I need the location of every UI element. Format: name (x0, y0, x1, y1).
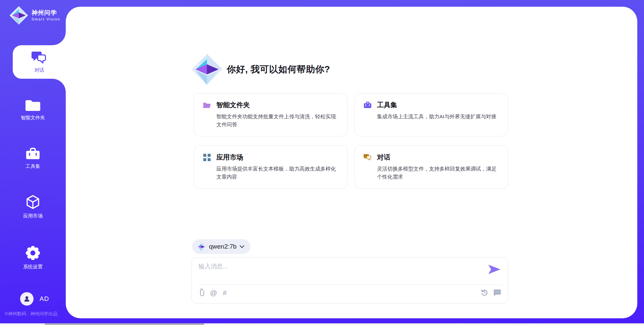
brand-logo: 神州问学 Smart Vision (9, 6, 60, 25)
card-description: 智能文件夹功能支持批量文件上传与清洗，轻松实现文件问答 (216, 113, 338, 129)
model-name: qwen2:7b (209, 243, 236, 250)
card-smart-folder[interactable]: 智能文件夹 智能文件夹功能支持批量文件上传与清洗，轻松实现文件问答 (194, 93, 347, 136)
card-description: 应用市场提供丰富长文本模板，助力高效生成多样化文章内容 (216, 165, 338, 181)
card-chat[interactable]: 对话 灵活切换多模型文件，支持多样回复效果调试，满足个性化需求 (355, 145, 508, 189)
sidebar-item-toolset[interactable]: 工具集 (0, 147, 66, 170)
copyright-text: ©神州数码 · 神州问学出品 (5, 311, 57, 317)
message-input[interactable] (199, 262, 474, 282)
sidebar-item-label: 对话 (35, 67, 44, 73)
horizontal-scrollbar (0, 323, 644, 325)
sidebar-item-label: 系统设置 (23, 264, 43, 270)
sidebar-item-smart-folder[interactable]: 智能文件夹 (0, 98, 66, 121)
toolbox-icon (25, 147, 41, 160)
sidebar-item-label: 应用市场 (23, 213, 43, 219)
send-icon (488, 264, 500, 274)
chat-icon (32, 51, 47, 65)
model-gem-icon (197, 242, 206, 251)
sidebar-item-label: 智能文件夹 (21, 115, 45, 121)
card-description: 灵活切换多模型文件，支持多样回复效果调试，满足个性化需求 (377, 165, 499, 181)
model-selector[interactable]: qwen2:7b (192, 239, 251, 254)
folder-open-icon (203, 101, 211, 109)
attach-button[interactable] (199, 288, 204, 297)
folder-icon (25, 98, 41, 112)
main-panel: 你好, 我可以如何帮助你? 智能文件夹 智能文件夹功能支持批量文件上传与清洗，轻… (66, 7, 637, 318)
card-title: 应用市场 (216, 153, 243, 162)
feature-cards: 智能文件夹 智能文件夹功能支持批量文件上传与清洗，轻松实现文件问答 工具集 集成… (194, 93, 508, 189)
card-toolset[interactable]: 工具集 集成市场上主流工具，助力AI与外界无缝扩展与对接 (355, 93, 508, 136)
chat-icon (364, 153, 372, 161)
briefcase-icon (364, 101, 372, 109)
gear-icon (25, 245, 41, 261)
greeting-block: 你好, 我可以如何帮助你? (191, 54, 330, 85)
sidebar-item-chat[interactable]: 对话 (13, 45, 66, 79)
chat-filled-icon (493, 289, 501, 296)
conversation-button[interactable] (493, 289, 501, 296)
history-icon (481, 288, 488, 296)
sidebar-item-settings[interactable]: 系统设置 (0, 245, 66, 270)
user-initials: AD (40, 295, 49, 303)
message-composer: @ # (192, 257, 508, 304)
card-title: 对话 (377, 153, 390, 162)
topic-button[interactable]: # (223, 289, 227, 296)
scrollbar-thumb[interactable] (45, 323, 204, 325)
card-title: 智能文件夹 (216, 101, 250, 110)
sidebar-item-app-market[interactable]: 应用市场 (0, 194, 66, 219)
card-app-market[interactable]: 应用市场 应用市场提供丰富长文本模板，助力高效生成多样化文章内容 (194, 145, 347, 189)
card-description: 集成市场上主流工具，助力AI与外界无缝扩展与对接 (377, 113, 499, 121)
cube-icon (25, 194, 41, 210)
assistant-gem-icon (191, 54, 223, 85)
person-icon (23, 295, 31, 303)
chevron-down-icon (239, 245, 245, 249)
composer-divider (198, 284, 502, 285)
paperclip-icon (199, 288, 204, 297)
at-icon: @ (210, 289, 217, 296)
card-title: 工具集 (377, 101, 397, 110)
user-profile[interactable]: AD (20, 292, 49, 306)
brand-gem-icon (9, 6, 28, 25)
avatar (20, 292, 34, 306)
brand-name: 神州问学 (32, 9, 60, 16)
grid-icon (203, 153, 211, 161)
hash-icon: # (223, 289, 227, 296)
sidebar-item-label: 工具集 (25, 163, 40, 170)
history-button[interactable] (481, 288, 488, 296)
greeting-text: 你好, 我可以如何帮助你? (227, 63, 330, 75)
mention-button[interactable]: @ (210, 289, 217, 296)
brand-subtitle: Smart Vision (32, 17, 60, 21)
send-button[interactable] (488, 264, 500, 276)
